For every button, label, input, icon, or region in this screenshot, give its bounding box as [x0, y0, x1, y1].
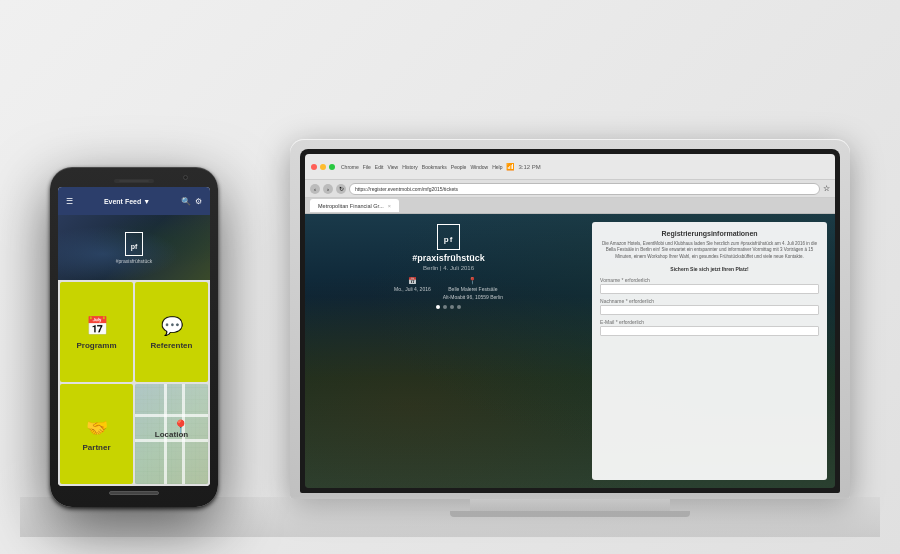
website-location-name: Belle Malerei Festsäle	[448, 286, 497, 293]
browser-chrome: Chrome File Edit View History Bookmarks …	[305, 154, 835, 180]
handshake-grid-icon: 🤝	[86, 417, 108, 439]
phone-hero-logo: pf #praxisfrühstück	[116, 232, 152, 264]
tab-close[interactable]: ×	[388, 203, 391, 209]
fullscreen-dot[interactable]	[329, 164, 335, 170]
minimize-dot[interactable]	[320, 164, 326, 170]
scene: Chrome File Edit View History Bookmarks …	[20, 17, 880, 537]
website-logo-text: pf	[444, 235, 454, 244]
address-bar[interactable]: https://register.eventmobi.com/mfg2015/t…	[349, 183, 820, 195]
grid-label-referenten: Referenten	[151, 341, 193, 350]
map-road-h1	[135, 414, 208, 417]
registration-form: Registrierungsinformationen Die Amazon H…	[592, 222, 827, 480]
form-description: Die Amazon Hotels, EventMobi und Klubhau…	[600, 241, 819, 260]
website-location-info: 📍 Belle Malerei Festsäle Alt-Moabit 96, …	[443, 277, 503, 300]
laptop-body: Chrome File Edit View History Bookmarks …	[290, 139, 850, 499]
website-background: pf #praxisfrühstück Berlin | 4. Juli 201…	[305, 214, 835, 488]
phone-camera	[183, 175, 188, 180]
browser-traffic-lights	[311, 164, 335, 170]
carousel-dot-2[interactable]	[443, 305, 447, 309]
tab-label: Metropolitan Financial Gr...	[318, 203, 384, 209]
wifi-icon: 📶	[506, 163, 515, 171]
grid-label-partner: Partner	[82, 443, 110, 452]
forward-button[interactable]: ›	[323, 184, 333, 194]
phone-header-icons: 🔍 ⚙	[181, 197, 202, 206]
website-subtitle: Berlin | 4. Juli 2016	[423, 265, 474, 271]
phone-logo-box: pf	[125, 232, 144, 256]
hamburger-icon[interactable]: ☰	[66, 197, 73, 206]
menu-people[interactable]: People	[451, 164, 467, 170]
laptop-screen: Chrome File Edit View History Bookmarks …	[305, 154, 835, 488]
carousel-dot-1[interactable]	[436, 305, 440, 309]
chat-grid-icon: 💬	[161, 315, 183, 337]
grid-item-partner[interactable]: 🤝 Partner	[60, 384, 133, 484]
menu-history[interactable]: History	[402, 164, 418, 170]
phone-speaker	[114, 179, 154, 183]
firstname-label: Vorname * erforderlich	[600, 277, 819, 283]
phone-search-icon[interactable]: 🔍	[181, 197, 191, 206]
bookmark-icon[interactable]: ☆	[823, 184, 830, 193]
back-button[interactable]: ‹	[310, 184, 320, 194]
website-title: #praxisfrühstück	[412, 253, 485, 263]
laptop: Chrome File Edit View History Bookmarks …	[290, 137, 850, 517]
phone-screen: ☰ Event Feed ▼ 🔍 ⚙ pf #praxisfrühstück	[58, 187, 210, 486]
carousel-dot-3[interactable]	[450, 305, 454, 309]
battery-icon: 3:12 PM	[518, 164, 540, 170]
email-input[interactable]	[600, 326, 819, 336]
map-road-h2	[135, 439, 208, 442]
refresh-button[interactable]: ↻	[336, 184, 346, 194]
menu-edit[interactable]: Edit	[375, 164, 384, 170]
website-location-address: Alt-Moabit 96, 10559 Berlin	[443, 294, 503, 301]
email-label: E-Mail * erforderlich	[600, 319, 819, 325]
website-logo-box: pf	[437, 224, 461, 250]
phone-home-button[interactable]	[109, 491, 159, 495]
grid-label-programm: Programm	[76, 341, 116, 350]
menu-view[interactable]: View	[387, 164, 398, 170]
location-pin-icon: 📍	[468, 277, 477, 285]
website-content: pf #praxisfrühstück Berlin | 4. Juli 201…	[305, 214, 835, 488]
lastname-input[interactable]	[600, 305, 819, 315]
carousel-dot-4[interactable]	[457, 305, 461, 309]
browser-system-icons: 📶 3:12 PM	[506, 163, 540, 171]
website-date-info: 📅 Mo., Juli 4, 2016	[394, 277, 431, 293]
website-info-row: 📅 Mo., Juli 4, 2016 📍 Belle Malerei Fest…	[394, 277, 503, 300]
website-hero: pf #praxisfrühstück Berlin | 4. Juli 201…	[305, 214, 592, 488]
calendar-grid-icon: 📅	[86, 315, 108, 337]
carousel-dots	[436, 305, 461, 309]
website-date-text: Mo., Juli 4, 2016	[394, 286, 431, 293]
phone-settings-icon[interactable]: ⚙	[195, 197, 202, 206]
laptop-bezel: Chrome File Edit View History Bookmarks …	[300, 149, 840, 493]
phone-body: ☰ Event Feed ▼ 🔍 ⚙ pf #praxisfrühstück	[50, 167, 218, 507]
menu-chrome[interactable]: Chrome	[341, 164, 359, 170]
phone-hero: pf #praxisfrühstück	[58, 215, 210, 280]
calendar-icon: 📅	[408, 277, 417, 285]
form-title: Registrierungsinformationen	[600, 230, 819, 237]
phone-logo-text: pf	[131, 243, 138, 250]
close-dot[interactable]	[311, 164, 317, 170]
phone: ☰ Event Feed ▼ 🔍 ⚙ pf #praxisfrühstück	[50, 167, 218, 507]
menu-bookmarks[interactable]: Bookmarks	[422, 164, 447, 170]
grid-label-location: Location	[155, 430, 188, 439]
phone-app-header: ☰ Event Feed ▼ 🔍 ⚙	[58, 187, 210, 215]
browser-tab[interactable]: Metropolitan Financial Gr... ×	[310, 199, 399, 212]
menu-window[interactable]: Window	[470, 164, 488, 170]
firstname-input[interactable]	[600, 284, 819, 294]
phone-header-title: Event Feed ▼	[104, 198, 150, 205]
menu-file[interactable]: File	[363, 164, 371, 170]
menu-help[interactable]: Help	[492, 164, 502, 170]
grid-item-programm[interactable]: 📅 Programm	[60, 282, 133, 382]
phone-tagline: #praxisfrühstück	[116, 258, 152, 264]
browser-menu: Chrome File Edit View History Bookmarks …	[341, 164, 502, 170]
grid-item-location[interactable]: 📍 Location	[135, 384, 208, 484]
phone-app-grid: 📅 Programm 💬 Referenten 🤝 Partner	[58, 280, 210, 486]
grid-item-referenten[interactable]: 💬 Referenten	[135, 282, 208, 382]
form-cta: Sichern Sie sich jetzt Ihren Platz!	[600, 266, 819, 272]
lastname-label: Nachname * erforderlich	[600, 298, 819, 304]
